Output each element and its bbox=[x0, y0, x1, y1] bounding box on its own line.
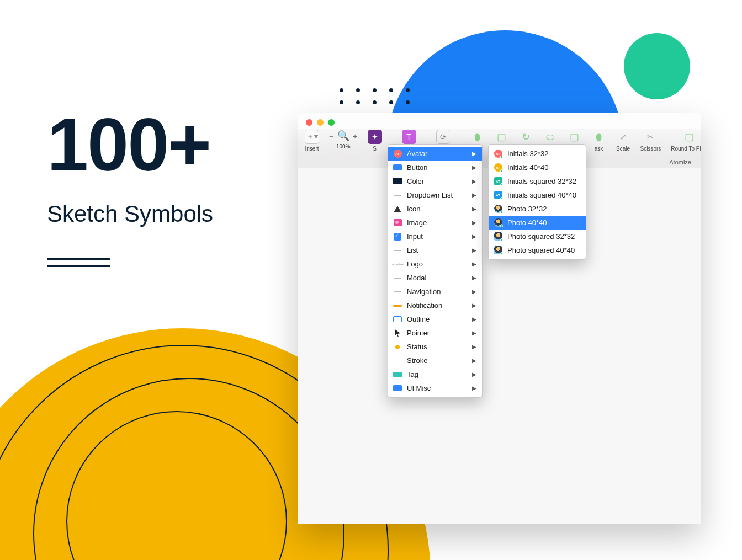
ptr-icon bbox=[393, 329, 402, 337]
close-window-button[interactable] bbox=[306, 119, 312, 126]
menu-item-label: Modal bbox=[407, 274, 426, 282]
headline-underline bbox=[47, 258, 110, 260]
bluebox-icon bbox=[393, 385, 402, 392]
menu-item-notification[interactable]: Notification▶ bbox=[388, 298, 482, 312]
photo-avatar-icon bbox=[493, 219, 503, 227]
menu-item-tag[interactable]: Tag▶ bbox=[388, 367, 482, 381]
menu-item-icon[interactable]: Icon▶ bbox=[388, 202, 482, 216]
submenu-arrow-icon: ▶ bbox=[472, 233, 476, 239]
symbols-menu[interactable]: ATAvatar▶Button▶Color▶Dropdown List▶Icon… bbox=[388, 144, 483, 398]
headline-block: 100+ Sketch Symbols bbox=[47, 102, 213, 267]
submenu-arrow-icon: ▶ bbox=[472, 302, 476, 308]
photo-avatar-icon bbox=[493, 233, 503, 241]
submenu-item-initials-32-32[interactable]: ATInitials 32*32 bbox=[489, 147, 586, 161]
submenu-item-initials-squared-40-40[interactable]: ATInitials squared 40*40 bbox=[489, 188, 586, 202]
menu-item-label: Stroke bbox=[407, 356, 428, 365]
menu-item-label: Logo bbox=[407, 260, 423, 268]
round-label: Round To Pixel bbox=[671, 146, 701, 152]
traffic-lights[interactable] bbox=[306, 119, 335, 126]
menu-item-label: Outline bbox=[407, 315, 430, 323]
submenu-arrow-icon: ▶ bbox=[472, 371, 476, 377]
rotate-icon: ⟳ bbox=[436, 130, 451, 144]
photo-avatar-icon bbox=[493, 205, 503, 213]
zoom-window-button[interactable] bbox=[328, 119, 335, 126]
menu-item-outline[interactable]: Outline▶ bbox=[388, 312, 482, 326]
scissors-icon: ✂ bbox=[643, 130, 658, 144]
insert-label: Insert bbox=[305, 146, 319, 152]
headline-subtitle: Sketch Symbols bbox=[47, 201, 213, 227]
submenu-item-photo-40-40[interactable]: Photo 40*40 bbox=[489, 216, 586, 230]
menu-item-label: Icon bbox=[407, 205, 421, 213]
mask-label: ask bbox=[595, 146, 603, 152]
symbols-icon: ✦ bbox=[368, 130, 382, 144]
scissors-tool[interactable]: ✂Scissors bbox=[640, 130, 661, 152]
photo-avatar-icon bbox=[493, 247, 503, 254]
app-window: ＋▾ Insert − 🔍 + 100% ✦ S T bbox=[298, 113, 701, 524]
menu-item-navigation[interactable]: Navigation▶ bbox=[388, 285, 482, 298]
insert-tool[interactable]: ＋▾ Insert bbox=[305, 130, 319, 152]
blob-icon: ⬭ bbox=[543, 130, 558, 144]
mask-tool[interactable]: ⬮ask bbox=[592, 130, 606, 152]
submenu-item-label: Initials 40*40 bbox=[507, 163, 548, 172]
submenu-arrow-icon: ▶ bbox=[472, 206, 476, 212]
initials-avatar-icon: AT bbox=[493, 150, 503, 158]
submenu-item-photo-32-32[interactable]: Photo 32*32 bbox=[489, 202, 586, 216]
submenu-item-initials-squared-32-32[interactable]: ATInitials squared 32*32 bbox=[489, 174, 586, 188]
submenu-item-label: Photo 32*32 bbox=[507, 205, 547, 213]
menu-item-pointer[interactable]: Pointer▶ bbox=[388, 326, 482, 340]
menu-item-label: Image bbox=[407, 218, 427, 227]
menu-item-label: Button bbox=[407, 163, 428, 172]
menu-item-avatar[interactable]: ATAvatar▶ bbox=[388, 147, 482, 161]
zoom-value: 100% bbox=[336, 143, 351, 150]
submenu-arrow-icon: ▶ bbox=[472, 220, 476, 226]
blue-btn-icon bbox=[393, 164, 402, 172]
menu-item-image[interactable]: Image▶ bbox=[388, 216, 482, 230]
initials-avatar-icon: AT bbox=[493, 164, 503, 172]
zoom-in-icon[interactable]: + bbox=[353, 131, 358, 141]
menu-item-input[interactable]: Input▶ bbox=[388, 230, 482, 243]
avatar-submenu[interactable]: ATInitials 32*32ATInitials 40*40ATInitia… bbox=[488, 144, 586, 260]
menu-item-label: Pointer bbox=[407, 329, 430, 337]
line-icon bbox=[393, 288, 402, 296]
none-icon bbox=[393, 357, 402, 365]
menu-item-label: Status bbox=[407, 343, 427, 351]
mask-icon: ⬮ bbox=[592, 130, 606, 144]
leaf-icon: ⬮ bbox=[470, 130, 485, 144]
round-pixel-tool[interactable]: ▢Round To Pixel bbox=[671, 130, 701, 152]
scale-tool[interactable]: ⤢Scale bbox=[616, 130, 630, 152]
menu-item-color[interactable]: Color▶ bbox=[388, 174, 482, 188]
zoom-out-icon[interactable]: − bbox=[329, 131, 334, 141]
pinkimg-icon bbox=[393, 219, 402, 227]
menu-item-status[interactable]: Status▶ bbox=[388, 340, 482, 354]
menu-item-modal[interactable]: Modal▶ bbox=[388, 271, 482, 285]
submenu-arrow-icon: ▶ bbox=[472, 247, 476, 253]
scissors-label: Scissors bbox=[640, 146, 661, 152]
menu-item-button[interactable]: Button▶ bbox=[388, 161, 482, 174]
submenu-arrow-icon: ▶ bbox=[472, 261, 476, 267]
logo-icon: atomize bbox=[393, 260, 402, 268]
menu-item-list[interactable]: List▶ bbox=[388, 243, 482, 257]
warn-icon bbox=[393, 205, 402, 213]
refresh-icon: ↻ bbox=[519, 130, 533, 144]
submenu-item-photo-squared-40-40[interactable]: Photo squared 40*40 bbox=[489, 243, 586, 257]
menu-item-ui-misc[interactable]: UI Misc▶ bbox=[388, 381, 482, 395]
scale-label: Scale bbox=[616, 146, 630, 152]
headline-underline-2 bbox=[47, 265, 110, 267]
zoom-control[interactable]: − 🔍 + 100% bbox=[329, 130, 358, 150]
menu-item-label: UI Misc bbox=[407, 384, 431, 392]
submenu-item-initials-40-40[interactable]: ATInitials 40*40 bbox=[489, 161, 586, 174]
menu-item-dropdown-list[interactable]: Dropdown List▶ bbox=[388, 188, 482, 202]
decoration-dot-grid bbox=[340, 88, 410, 105]
pixel-icon: ▢ bbox=[682, 130, 697, 144]
submenu-item-photo-squared-32-32[interactable]: Photo squared 32*32 bbox=[489, 230, 586, 243]
menu-item-logo[interactable]: atomizeLogo▶ bbox=[388, 257, 482, 271]
submenu-arrow-icon: ▶ bbox=[472, 358, 476, 364]
plus-icon: ＋▾ bbox=[305, 130, 319, 144]
minimize-window-button[interactable] bbox=[317, 119, 324, 126]
symbols-tool[interactable]: ✦ S bbox=[368, 130, 382, 152]
rounded-icon: ▢ bbox=[568, 130, 582, 144]
decoration-green-circle bbox=[624, 33, 690, 99]
menu-item-stroke[interactable]: Stroke▶ bbox=[388, 354, 482, 367]
submenu-arrow-icon: ▶ bbox=[472, 344, 476, 350]
menu-item-label: List bbox=[407, 246, 418, 254]
